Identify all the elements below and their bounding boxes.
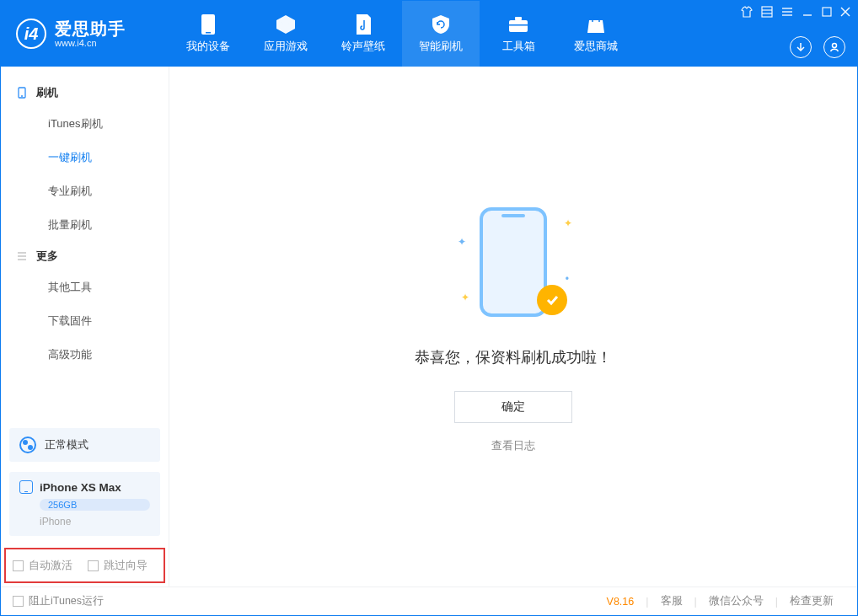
check-update-link[interactable]: 检查更新: [778, 594, 845, 608]
nav-label: 智能刷机: [419, 39, 463, 54]
device-small-icon: [19, 480, 33, 494]
nav-apps-games[interactable]: 应用游戏: [247, 1, 324, 67]
menu-icon[interactable]: [781, 7, 793, 19]
window-controls-bottom: [790, 36, 845, 58]
section-header-more: 更多: [1, 242, 169, 271]
success-message: 恭喜您，保资料刷机成功啦！: [415, 347, 612, 367]
music-file-icon: [352, 13, 374, 35]
menu-small-icon: [16, 250, 28, 262]
nav-label: 工具箱: [502, 39, 535, 54]
bag-icon: [585, 13, 607, 35]
sparkle-icon: ✦: [458, 236, 466, 248]
nav-toolbox[interactable]: 工具箱: [480, 1, 557, 67]
device-info-card[interactable]: iPhone XS Max 256GB iPhone: [9, 472, 160, 536]
nav-smart-flash[interactable]: 智能刷机: [402, 1, 480, 67]
download-button[interactable]: [790, 36, 812, 58]
nav-my-device[interactable]: 我的设备: [169, 1, 247, 67]
titlebar: i4 爱思助手 www.i4.cn 我的设备 应用游戏 铃声壁纸 智能刷机: [1, 1, 857, 67]
check-badge-icon: [537, 285, 567, 315]
sidebar-item-advanced[interactable]: 高级功能: [1, 338, 169, 372]
device-name-row: iPhone XS Max: [19, 480, 150, 494]
nav-ringtones-wallpapers[interactable]: 铃声壁纸: [324, 1, 402, 67]
view-log-link[interactable]: 查看日志: [491, 438, 535, 453]
section-items: iTunes刷机 一键刷机 专业刷机 批量刷机: [1, 107, 169, 242]
status-right: V8.16 | 客服 | 微信公众号 | 检查更新: [607, 594, 845, 608]
section-header-flash: 刷机: [1, 78, 169, 107]
device-type: iPhone: [40, 516, 150, 528]
refresh-shield-icon: [430, 13, 452, 35]
svg-rect-2: [509, 20, 528, 32]
checkbox-label: 跳过向导: [104, 558, 147, 573]
checkbox-block-itunes[interactable]: 阻止iTunes运行: [13, 594, 104, 608]
checkbox-auto-activate[interactable]: 自动激活: [13, 558, 72, 573]
app-title: 爱思助手: [55, 19, 126, 38]
sidebar-item-other-tools[interactable]: 其他工具: [1, 271, 169, 304]
sidebar-item-batch-flash[interactable]: 批量刷机: [1, 208, 169, 242]
wechat-link[interactable]: 微信公众号: [697, 594, 775, 608]
version-label: V8.16: [607, 596, 635, 608]
toolbox-icon: [507, 13, 529, 35]
device-mode-card[interactable]: 正常模式: [9, 428, 160, 462]
checkbox-box: [13, 596, 24, 607]
device-icon: [197, 13, 219, 35]
svg-rect-1: [206, 32, 211, 34]
sidebar-item-pro-flash[interactable]: 专业刷机: [1, 174, 169, 208]
sidebar-item-download-firmware[interactable]: 下载固件: [1, 304, 169, 338]
section-title: 刷机: [36, 85, 58, 100]
sidebar-item-oneclick-flash[interactable]: 一键刷机: [1, 141, 169, 174]
checkbox-label: 自动激活: [29, 558, 72, 573]
mode-icon: [19, 437, 36, 453]
user-button[interactable]: [823, 36, 845, 58]
section-items: 其他工具 下载固件 高级功能: [1, 271, 169, 372]
sparkle-icon: •: [566, 273, 569, 285]
nav-label: 铃声壁纸: [341, 39, 385, 54]
list-icon[interactable]: [761, 6, 773, 20]
app-subtitle: www.i4.cn: [55, 38, 126, 48]
shirt-icon[interactable]: [741, 6, 753, 20]
minimize-button[interactable]: [802, 6, 813, 20]
logo-area: i4 爱思助手 www.i4.cn: [1, 1, 169, 67]
phone-small-icon: [16, 87, 28, 99]
sidebar-spacer: [1, 372, 169, 423]
sidebar: 刷机 iTunes刷机 一键刷机 专业刷机 批量刷机 更多 其他工具 下载固件 …: [1, 67, 169, 587]
sidebar-section-more: 更多 其他工具 下载固件 高级功能: [1, 242, 169, 372]
checkbox-box: [13, 560, 24, 571]
body: 刷机 iTunes刷机 一键刷机 专业刷机 批量刷机 更多 其他工具 下载固件 …: [1, 67, 857, 587]
svg-rect-3: [515, 17, 522, 20]
svg-point-16: [833, 44, 837, 48]
ok-button[interactable]: 确定: [454, 391, 572, 423]
success-illustration: ✦ ✦ ✦ •: [454, 201, 572, 327]
app-window: i4 爱思助手 www.i4.cn 我的设备 应用游戏 铃声壁纸 智能刷机: [0, 0, 858, 616]
svg-rect-0: [201, 14, 215, 35]
window-controls-top: [741, 6, 850, 20]
svg-rect-4: [509, 24, 528, 26]
nav-store[interactable]: 爱思商城: [557, 1, 635, 67]
logo-icon: i4: [16, 19, 46, 49]
checkbox-box: [88, 560, 99, 571]
sparkle-icon: ✦: [461, 292, 469, 303]
checkbox-skip-guide[interactable]: 跳过向导: [88, 558, 147, 573]
nav-label: 我的设备: [186, 39, 230, 54]
section-title: 更多: [36, 249, 58, 264]
checkbox-label: 阻止iTunes运行: [29, 594, 104, 608]
main-content: ✦ ✦ ✦ • 恭喜您，保资料刷机成功啦！ 确定 查看日志: [169, 67, 857, 587]
logo-text: 爱思助手 www.i4.cn: [55, 19, 126, 48]
device-name: iPhone XS Max: [40, 481, 121, 494]
nav-label: 爱思商城: [574, 39, 618, 54]
nav-label: 应用游戏: [264, 39, 308, 54]
statusbar: 阻止iTunes运行 V8.16 | 客服 | 微信公众号 | 检查更新: [1, 587, 857, 615]
sparkle-icon: ✦: [564, 217, 572, 229]
maximize-button[interactable]: [822, 7, 832, 19]
svg-rect-12: [823, 8, 831, 16]
svg-rect-5: [762, 7, 772, 17]
device-capacity: 256GB: [40, 499, 150, 511]
mode-label: 正常模式: [45, 437, 88, 453]
support-link[interactable]: 客服: [649, 594, 694, 608]
close-button[interactable]: [840, 7, 850, 19]
options-highlighted: 自动激活 跳过向导: [4, 548, 165, 583]
sidebar-item-itunes-flash[interactable]: iTunes刷机: [1, 107, 169, 141]
cube-icon: [275, 13, 297, 35]
sidebar-section-flash: 刷机 iTunes刷机 一键刷机 专业刷机 批量刷机: [1, 78, 169, 242]
